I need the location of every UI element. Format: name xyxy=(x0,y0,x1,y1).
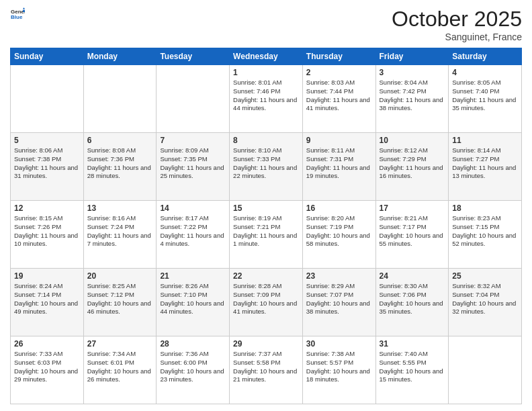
day-number: 13 xyxy=(87,203,153,213)
svg-text:Blue: Blue xyxy=(11,14,23,20)
calendar-week-row: 12Sunrise: 8:15 AMSunset: 7:26 PMDayligh… xyxy=(11,201,522,269)
table-row: 30Sunrise: 7:38 AMSunset: 5:57 PMDayligh… xyxy=(302,336,375,404)
day-number: 14 xyxy=(160,203,226,213)
day-info: Sunrise: 8:19 AMSunset: 7:21 PMDaylight:… xyxy=(233,214,299,248)
day-number: 29 xyxy=(233,339,299,349)
day-info: Sunrise: 8:12 AMSunset: 7:29 PMDaylight:… xyxy=(380,146,445,181)
day-number: 23 xyxy=(306,271,372,281)
table-row: 25Sunrise: 8:32 AMSunset: 7:04 PMDayligh… xyxy=(449,269,522,336)
table-row: 20Sunrise: 8:25 AMSunset: 7:12 PMDayligh… xyxy=(83,269,157,336)
day-number: 3 xyxy=(380,68,445,77)
logo-icon: General Blue xyxy=(10,7,25,21)
title-block: October 2025 Sanguinet, France xyxy=(392,7,522,42)
calendar-week-row: 1Sunrise: 8:01 AMSunset: 7:46 PMDaylight… xyxy=(11,65,522,133)
day-info: Sunrise: 7:38 AMSunset: 5:57 PMDaylight:… xyxy=(306,350,372,384)
day-info: Sunrise: 7:37 AMSunset: 5:58 PMDaylight:… xyxy=(233,350,299,384)
day-info: Sunrise: 7:40 AMSunset: 5:55 PMDaylight:… xyxy=(380,350,445,384)
calendar-week-row: 5Sunrise: 8:06 AMSunset: 7:38 PMDaylight… xyxy=(11,133,522,201)
day-info: Sunrise: 8:23 AMSunset: 7:15 PMDaylight:… xyxy=(452,214,518,248)
day-number: 10 xyxy=(380,136,445,145)
day-info: Sunrise: 8:05 AMSunset: 7:40 PMDaylight:… xyxy=(452,79,518,113)
day-number: 24 xyxy=(380,271,445,281)
table-row: 13Sunrise: 8:16 AMSunset: 7:24 PMDayligh… xyxy=(83,201,157,269)
day-info: Sunrise: 7:36 AMSunset: 6:00 PMDaylight:… xyxy=(160,350,226,384)
header-row: Sunday Monday Tuesday Wednesday Thursday… xyxy=(11,48,522,65)
svg-marker-3 xyxy=(23,10,25,12)
col-wednesday: Wednesday xyxy=(230,48,303,65)
day-info: Sunrise: 8:10 AMSunset: 7:33 PMDaylight:… xyxy=(233,146,299,181)
table-row: 26Sunrise: 7:33 AMSunset: 6:03 PMDayligh… xyxy=(11,336,84,404)
table-row: 1Sunrise: 8:01 AMSunset: 7:46 PMDaylight… xyxy=(230,65,303,133)
day-info: Sunrise: 8:08 AMSunset: 7:36 PMDaylight:… xyxy=(87,146,153,181)
table-row: 22Sunrise: 8:28 AMSunset: 7:09 PMDayligh… xyxy=(230,269,303,336)
day-number: 9 xyxy=(306,136,372,145)
day-info: Sunrise: 7:33 AMSunset: 6:03 PMDaylight:… xyxy=(14,350,80,384)
day-number: 19 xyxy=(14,271,80,281)
day-number: 5 xyxy=(14,136,80,145)
day-info: Sunrise: 8:20 AMSunset: 7:19 PMDaylight:… xyxy=(306,214,372,248)
table-row: 2Sunrise: 8:03 AMSunset: 7:44 PMDaylight… xyxy=(302,65,375,133)
table-row: 10Sunrise: 8:12 AMSunset: 7:29 PMDayligh… xyxy=(375,133,449,201)
table-row: 12Sunrise: 8:15 AMSunset: 7:26 PMDayligh… xyxy=(11,201,84,269)
day-info: Sunrise: 8:24 AMSunset: 7:14 PMDaylight:… xyxy=(14,282,80,316)
logo: General Blue xyxy=(10,7,25,21)
day-info: Sunrise: 8:28 AMSunset: 7:09 PMDaylight:… xyxy=(233,282,299,316)
table-row: 8Sunrise: 8:10 AMSunset: 7:33 PMDaylight… xyxy=(230,133,303,201)
day-number: 11 xyxy=(452,136,518,145)
day-info: Sunrise: 8:03 AMSunset: 7:44 PMDaylight:… xyxy=(306,79,372,113)
day-info: Sunrise: 8:25 AMSunset: 7:12 PMDaylight:… xyxy=(87,282,153,316)
table-row: 18Sunrise: 8:23 AMSunset: 7:15 PMDayligh… xyxy=(449,201,522,269)
table-row: 19Sunrise: 8:24 AMSunset: 7:14 PMDayligh… xyxy=(11,269,84,336)
day-info: Sunrise: 8:11 AMSunset: 7:31 PMDaylight:… xyxy=(306,146,372,181)
day-number: 6 xyxy=(87,136,153,145)
table-row: 9Sunrise: 8:11 AMSunset: 7:31 PMDaylight… xyxy=(302,133,375,201)
day-info: Sunrise: 8:14 AMSunset: 7:27 PMDaylight:… xyxy=(452,146,518,181)
table-row: 14Sunrise: 8:17 AMSunset: 7:22 PMDayligh… xyxy=(157,201,230,269)
day-info: Sunrise: 8:04 AMSunset: 7:42 PMDaylight:… xyxy=(380,79,445,113)
day-number: 30 xyxy=(306,339,372,349)
day-number: 31 xyxy=(380,339,445,349)
day-number: 28 xyxy=(160,339,226,349)
table-row xyxy=(449,336,522,404)
day-info: Sunrise: 8:09 AMSunset: 7:35 PMDaylight:… xyxy=(160,146,226,181)
table-row: 6Sunrise: 8:08 AMSunset: 7:36 PMDaylight… xyxy=(83,133,157,201)
col-tuesday: Tuesday xyxy=(157,48,230,65)
header: General Blue October 2025 Sanguinet, Fra… xyxy=(10,7,522,42)
location: Sanguinet, France xyxy=(392,32,522,42)
col-sunday: Sunday xyxy=(11,48,84,65)
table-row: 21Sunrise: 8:26 AMSunset: 7:10 PMDayligh… xyxy=(157,269,230,336)
day-number: 16 xyxy=(306,203,372,213)
day-number: 27 xyxy=(87,339,153,349)
day-number: 26 xyxy=(14,339,80,349)
table-row: 4Sunrise: 8:05 AMSunset: 7:40 PMDaylight… xyxy=(449,65,522,133)
table-row xyxy=(11,65,84,133)
day-number: 21 xyxy=(160,271,226,281)
table-row: 11Sunrise: 8:14 AMSunset: 7:27 PMDayligh… xyxy=(449,133,522,201)
day-number: 18 xyxy=(452,203,518,213)
day-info: Sunrise: 8:32 AMSunset: 7:04 PMDaylight:… xyxy=(452,282,518,316)
day-number: 4 xyxy=(452,68,518,77)
day-number: 20 xyxy=(87,271,153,281)
day-info: Sunrise: 8:16 AMSunset: 7:24 PMDaylight:… xyxy=(87,214,153,248)
day-info: Sunrise: 8:29 AMSunset: 7:07 PMDaylight:… xyxy=(306,282,372,316)
calendar-week-row: 19Sunrise: 8:24 AMSunset: 7:14 PMDayligh… xyxy=(11,269,522,336)
day-number: 25 xyxy=(452,271,518,281)
day-info: Sunrise: 8:30 AMSunset: 7:06 PMDaylight:… xyxy=(380,282,445,316)
day-number: 22 xyxy=(233,271,299,281)
day-number: 2 xyxy=(306,68,372,77)
month-title: October 2025 xyxy=(392,7,522,32)
table-row: 3Sunrise: 8:04 AMSunset: 7:42 PMDaylight… xyxy=(375,65,449,133)
col-saturday: Saturday xyxy=(449,48,522,65)
calendar-table: Sunday Monday Tuesday Wednesday Thursday… xyxy=(10,48,522,404)
svg-marker-2 xyxy=(23,7,25,9)
day-number: 8 xyxy=(233,136,299,145)
day-info: Sunrise: 8:21 AMSunset: 7:17 PMDaylight:… xyxy=(380,214,445,248)
table-row xyxy=(83,65,157,133)
day-number: 15 xyxy=(233,203,299,213)
col-monday: Monday xyxy=(83,48,157,65)
day-info: Sunrise: 8:06 AMSunset: 7:38 PMDaylight:… xyxy=(14,146,80,181)
table-row: 27Sunrise: 7:34 AMSunset: 6:01 PMDayligh… xyxy=(83,336,157,404)
table-row: 17Sunrise: 8:21 AMSunset: 7:17 PMDayligh… xyxy=(375,201,449,269)
day-number: 17 xyxy=(380,203,445,213)
table-row: 31Sunrise: 7:40 AMSunset: 5:55 PMDayligh… xyxy=(375,336,449,404)
